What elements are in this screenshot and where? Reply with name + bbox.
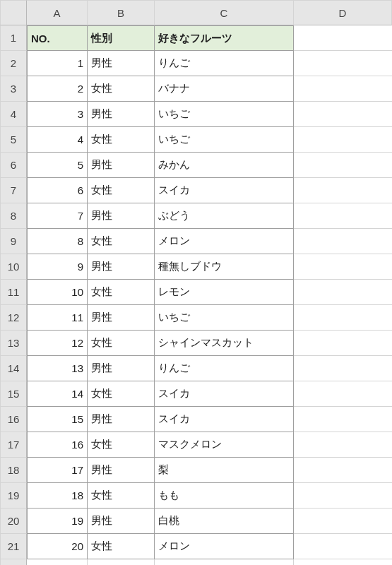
header-no[interactable]: NO. (27, 25, 88, 51)
cell-fruit-6[interactable]: みかん (155, 153, 294, 178)
cell-gender-10[interactable]: 男性 (88, 254, 155, 280)
spreadsheet-grid[interactable]: ABCD1NO.性別好きなフルーツ21男性りんご32女性バナナ43男性いちご54… (0, 0, 392, 565)
cell-d11[interactable] (294, 280, 392, 305)
select-all-corner[interactable] (0, 0, 27, 25)
header-gender[interactable]: 性別 (88, 25, 155, 51)
row-head-14[interactable]: 14 (0, 356, 27, 381)
cell-gender-17[interactable]: 女性 (88, 432, 155, 458)
row-head-7[interactable]: 7 (0, 178, 27, 203)
row-head-5[interactable]: 5 (0, 127, 27, 153)
cell-d8[interactable] (294, 203, 392, 229)
cell-d9[interactable] (294, 229, 392, 254)
row-head-3[interactable]: 3 (0, 76, 27, 102)
cell-gender-18[interactable]: 男性 (88, 458, 155, 483)
header-fruit[interactable]: 好きなフルーツ (155, 25, 294, 51)
cell-d21[interactable] (294, 534, 392, 559)
cell-no-7[interactable]: 6 (27, 178, 88, 203)
cell-gender-11[interactable]: 女性 (88, 280, 155, 305)
row-head-9[interactable]: 9 (0, 229, 27, 254)
col-head-b[interactable]: B (88, 0, 155, 25)
cell-d2[interactable] (294, 51, 392, 76)
row-head-8[interactable]: 8 (0, 203, 27, 229)
cell-fruit-5[interactable]: いちご (155, 127, 294, 153)
cell-fruit-3[interactable]: バナナ (155, 76, 294, 102)
cell-fruit-13[interactable]: シャインマスカット (155, 331, 294, 356)
cell-d5[interactable] (294, 127, 392, 153)
cell-gender-4[interactable]: 男性 (88, 102, 155, 127)
cell-gender-13[interactable]: 女性 (88, 331, 155, 356)
cell-no-11[interactable]: 10 (27, 280, 88, 305)
cell-a22[interactable] (27, 559, 88, 565)
cell-fruit-20[interactable]: 白桃 (155, 509, 294, 534)
cell-gender-12[interactable]: 男性 (88, 305, 155, 331)
cell-d17[interactable] (294, 432, 392, 458)
cell-gender-9[interactable]: 女性 (88, 229, 155, 254)
cell-b22[interactable] (88, 559, 155, 565)
cell-d4[interactable] (294, 102, 392, 127)
cell-gender-8[interactable]: 男性 (88, 203, 155, 229)
cell-d6[interactable] (294, 153, 392, 178)
cell-d19[interactable] (294, 483, 392, 509)
cell-no-17[interactable]: 16 (27, 432, 88, 458)
row-head-4[interactable]: 4 (0, 102, 27, 127)
row-head-22[interactable]: 22 (0, 559, 27, 565)
cell-fruit-17[interactable]: マスクメロン (155, 432, 294, 458)
cell-gender-15[interactable]: 女性 (88, 381, 155, 407)
cell-d15[interactable] (294, 381, 392, 407)
cell-c22[interactable] (155, 559, 294, 565)
cell-no-8[interactable]: 7 (27, 203, 88, 229)
cell-fruit-11[interactable]: レモン (155, 280, 294, 305)
cell-fruit-19[interactable]: もも (155, 483, 294, 509)
cell-no-15[interactable]: 14 (27, 381, 88, 407)
cell-fruit-7[interactable]: スイカ (155, 178, 294, 203)
row-head-18[interactable]: 18 (0, 458, 27, 483)
cell-gender-2[interactable]: 男性 (88, 51, 155, 76)
row-head-1[interactable]: 1 (0, 25, 27, 51)
cell-d1[interactable] (294, 25, 392, 51)
col-head-d[interactable]: D (294, 0, 392, 25)
col-head-a[interactable]: A (27, 0, 88, 25)
cell-fruit-12[interactable]: いちご (155, 305, 294, 331)
cell-d13[interactable] (294, 331, 392, 356)
cell-gender-3[interactable]: 女性 (88, 76, 155, 102)
cell-no-2[interactable]: 1 (27, 51, 88, 76)
cell-fruit-9[interactable]: メロン (155, 229, 294, 254)
cell-no-13[interactable]: 12 (27, 331, 88, 356)
cell-no-12[interactable]: 11 (27, 305, 88, 331)
cell-d7[interactable] (294, 178, 392, 203)
cell-fruit-4[interactable]: いちご (155, 102, 294, 127)
cell-no-21[interactable]: 20 (27, 534, 88, 559)
cell-no-10[interactable]: 9 (27, 254, 88, 280)
cell-no-19[interactable]: 18 (27, 483, 88, 509)
cell-gender-6[interactable]: 男性 (88, 153, 155, 178)
row-head-11[interactable]: 11 (0, 280, 27, 305)
cell-d20[interactable] (294, 509, 392, 534)
cell-d10[interactable] (294, 254, 392, 280)
row-head-15[interactable]: 15 (0, 381, 27, 407)
cell-d14[interactable] (294, 356, 392, 381)
cell-fruit-16[interactable]: スイカ (155, 407, 294, 432)
row-head-10[interactable]: 10 (0, 254, 27, 280)
cell-fruit-2[interactable]: りんご (155, 51, 294, 76)
row-head-16[interactable]: 16 (0, 407, 27, 432)
cell-gender-7[interactable]: 女性 (88, 178, 155, 203)
row-head-13[interactable]: 13 (0, 331, 27, 356)
cell-no-18[interactable]: 17 (27, 458, 88, 483)
row-head-19[interactable]: 19 (0, 483, 27, 509)
cell-d22[interactable] (294, 559, 392, 565)
cell-d12[interactable] (294, 305, 392, 331)
cell-gender-19[interactable]: 女性 (88, 483, 155, 509)
cell-no-20[interactable]: 19 (27, 509, 88, 534)
cell-fruit-18[interactable]: 梨 (155, 458, 294, 483)
cell-fruit-15[interactable]: スイカ (155, 381, 294, 407)
cell-fruit-8[interactable]: ぶどう (155, 203, 294, 229)
cell-d3[interactable] (294, 76, 392, 102)
cell-gender-16[interactable]: 男性 (88, 407, 155, 432)
cell-gender-14[interactable]: 男性 (88, 356, 155, 381)
col-head-c[interactable]: C (155, 0, 294, 25)
cell-no-4[interactable]: 3 (27, 102, 88, 127)
row-head-17[interactable]: 17 (0, 432, 27, 458)
cell-fruit-14[interactable]: りんご (155, 356, 294, 381)
cell-no-5[interactable]: 4 (27, 127, 88, 153)
row-head-2[interactable]: 2 (0, 51, 27, 76)
